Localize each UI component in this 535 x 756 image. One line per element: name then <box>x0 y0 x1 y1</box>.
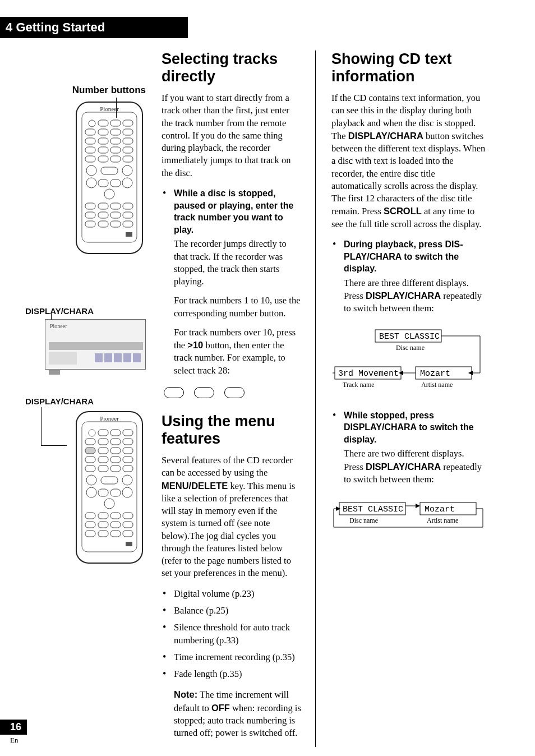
svg-rect-37 <box>98 212 108 218</box>
svg-rect-32 <box>85 203 95 209</box>
svg-rect-14 <box>123 138 133 144</box>
svg-rect-43 <box>123 221 133 227</box>
remote-illustration-1: Pioneer <box>25 100 146 259</box>
svg-text:Mozart: Mozart <box>420 369 450 379</box>
svg-rect-15 <box>85 147 95 153</box>
svg-rect-22 <box>123 156 133 162</box>
svg-rect-64 <box>85 465 95 472</box>
page-number: 16 <box>0 720 27 735</box>
svg-rect-29 <box>110 179 121 187</box>
svg-rect-9 <box>110 129 121 135</box>
svg-point-23 <box>86 165 96 176</box>
bullet-icon: • <box>162 621 174 647</box>
svg-point-75 <box>104 499 114 509</box>
svg-text:Track name: Track name <box>343 381 375 389</box>
list-item: •Balance (p.25) <box>162 605 302 617</box>
bullet-body: For track numbers 1 to 10, use the corre… <box>174 294 302 320</box>
button-sequence-icon <box>164 387 302 398</box>
bullet-icon: • <box>331 238 344 322</box>
bullet-item: • While a disc is stopped, paused or pla… <box>162 187 302 384</box>
page-language: En <box>10 736 27 745</box>
bullet-body: For track numbers over 10, press the >10… <box>174 326 302 377</box>
remote-button-icon <box>164 387 184 398</box>
note-text: Note: The time increment will default to… <box>174 688 302 739</box>
chapter-title: Getting Started <box>16 20 105 34</box>
remote-button-icon <box>224 387 245 398</box>
svg-rect-82 <box>110 522 121 528</box>
svg-rect-76 <box>85 513 95 519</box>
svg-rect-44 <box>126 232 132 237</box>
svg-rect-51 <box>123 430 133 436</box>
svg-point-3 <box>89 120 95 127</box>
svg-rect-41 <box>98 221 108 227</box>
svg-rect-86 <box>110 531 121 537</box>
svg-rect-7 <box>85 129 95 135</box>
cd-recorder-front-panel: Pioneer <box>45 319 146 370</box>
bullet-icon: • <box>162 605 174 617</box>
svg-text:Artist name: Artist name <box>421 381 453 389</box>
svg-rect-12 <box>98 138 108 144</box>
svg-rect-34 <box>110 203 121 209</box>
bullet-icon: • <box>162 668 174 680</box>
chapter-tab: 4 Getting Started <box>0 17 188 38</box>
svg-rect-50 <box>110 430 121 436</box>
svg-rect-67 <box>123 465 133 472</box>
svg-rect-21 <box>110 156 121 162</box>
bullet-body: There are three different displays. Pres… <box>344 277 486 315</box>
svg-rect-56 <box>85 448 95 454</box>
page-footer: 16 En <box>0 720 27 745</box>
bullet-icon: • <box>162 651 174 663</box>
svg-rect-25 <box>101 167 118 174</box>
body-text: Several features of the CD recorder can … <box>162 454 302 580</box>
svg-rect-54 <box>110 439 121 445</box>
svg-rect-65 <box>98 465 108 472</box>
bullet-lead: While stopped, press DISPLAY/CHARA to sw… <box>344 409 486 446</box>
list-item-text: Time increment recording (p.35) <box>174 651 302 663</box>
middle-column: Selecting tracks directly If you want to… <box>162 50 316 747</box>
svg-rect-74 <box>110 489 121 496</box>
svg-text:BEST CLASSIC: BEST CLASSIC <box>343 505 403 514</box>
svg-point-48 <box>89 430 95 436</box>
section-heading-selecting-tracks: Selecting tracks directly <box>162 50 302 85</box>
page-body: Number buttons Pioneer <box>14 50 510 747</box>
svg-rect-61 <box>98 457 108 463</box>
svg-rect-11 <box>85 138 95 144</box>
number-buttons-label: Number buttons <box>25 84 146 96</box>
svg-rect-4 <box>98 120 108 126</box>
svg-point-68 <box>86 475 96 485</box>
svg-rect-63 <box>123 457 133 463</box>
svg-rect-66 <box>110 465 121 472</box>
svg-text:Artist name: Artist name <box>427 517 458 524</box>
svg-rect-73 <box>98 489 108 496</box>
svg-text:Disc name: Disc name <box>349 517 378 524</box>
remote-illustration-2: Pioneer <box>25 409 146 569</box>
svg-rect-80 <box>85 522 95 528</box>
svg-marker-134 <box>416 504 420 508</box>
svg-rect-85 <box>98 531 108 537</box>
svg-rect-8 <box>98 129 108 135</box>
section-heading-cd-text: Showing CD text information <box>331 50 486 85</box>
svg-text:3rd Movement: 3rd Movement <box>338 369 399 379</box>
left-column: Number buttons Pioneer <box>25 50 146 747</box>
display-cycle-diagram-stopped: BEST CLASSIC Disc name Mozart Artist nam… <box>331 498 486 537</box>
svg-rect-28 <box>98 179 108 187</box>
body-text: If you want to start directly from a tra… <box>162 92 302 179</box>
svg-rect-77 <box>98 513 108 519</box>
svg-rect-55 <box>123 439 133 445</box>
svg-rect-42 <box>110 221 121 227</box>
menu-feature-list: •Digital volume (p.23)•Balance (p.25)•Si… <box>162 588 302 681</box>
svg-rect-39 <box>123 212 133 218</box>
svg-rect-33 <box>98 203 108 209</box>
svg-rect-20 <box>98 156 108 162</box>
svg-rect-6 <box>123 120 133 126</box>
display-chara-label-2: DISPLAY/CHARA <box>25 397 146 406</box>
bullet-body: There are two different displays. Press … <box>344 448 486 486</box>
svg-rect-57 <box>98 448 108 454</box>
svg-point-71 <box>86 487 96 497</box>
svg-rect-62 <box>110 457 121 463</box>
svg-text:BEST CLASSIC: BEST CLASSIC <box>379 332 440 342</box>
bullet-lead: While a disc is stopped, paused or playi… <box>174 187 302 236</box>
bullet-icon: • <box>162 588 174 600</box>
svg-rect-16 <box>98 147 108 153</box>
right-column: Showing CD text information If the CD co… <box>331 50 486 747</box>
